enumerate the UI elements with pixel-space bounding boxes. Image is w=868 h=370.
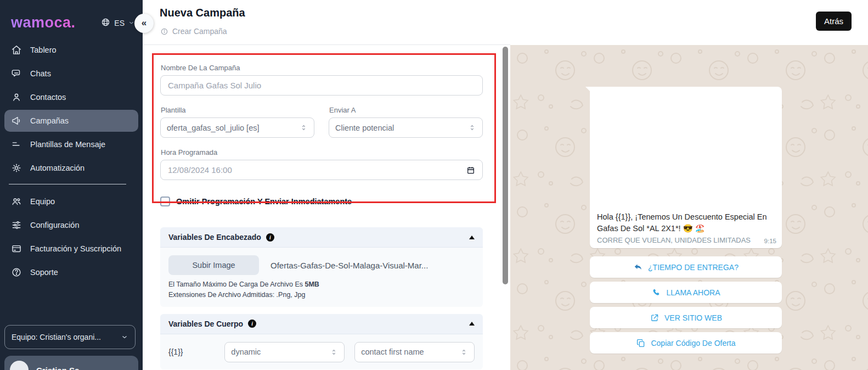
templates-icon [11,139,22,150]
header-variables-body: Subir Image Ofertas-Gafas-De-Sol-Malaga-… [160,247,483,307]
calendar-icon[interactable] [466,166,475,175]
body-variables-header[interactable]: Variables De Cuerpo i [160,314,483,334]
settings-icon [11,220,22,231]
sidebar-item-label: Campañas [30,116,69,125]
collapse-arrow-icon[interactable] [469,236,475,239]
header-variables-card: Variables De Encabezado i Subir Image Of… [160,227,483,307]
avatar [10,361,29,370]
sidebar-item-campanas[interactable]: Campañas [4,110,138,132]
wa-template-button-copiar-codigo-de-oferta[interactable]: Copiar Código De Oferta [590,332,782,354]
template-label: Plantilla [161,106,314,114]
sidebar-item-label: Chats [30,69,51,78]
wa-template-button--tiempo-de-entrega-[interactable]: ¿TIEMPO DE ENTREGA? [590,256,782,278]
message-image-placeholder [590,87,782,210]
sidebar-item-equipo[interactable]: Equipo [4,190,138,212]
sidebar-item-label: Equipo [30,197,55,206]
wa-template-button-llama-ahora[interactable]: LLAMA AHORA [590,282,782,303]
sidebar-item-facturacion-y-suscripcion[interactable]: Facturación y Suscripción [4,238,138,260]
template-select[interactable]: oferta_gafas_sol_julio [es] [160,117,314,138]
copy-icon [636,338,646,348]
sidebar-divider [9,184,126,184]
collapse-arrow-icon[interactable] [469,322,475,326]
variable-field-value: contact first name [361,347,424,356]
sidebar-item-plantillas-de-mensaje[interactable]: Plantillas de Mensaje [4,133,138,155]
billing-icon [11,243,22,254]
whatsapp-preview-pane: Hola {{1}}, ¡Tenemos Un Descuento Especi… [510,45,868,370]
message-text: Hola {{1}}, ¡Tenemos Un Descuento Especi… [590,210,782,234]
max-size-value: 5MB [305,281,319,288]
wa-template-button-label: VER SITIO WEB [664,313,722,322]
sidebar-item-label: Configuración [30,221,79,229]
team-selector[interactable]: Equipo: Cristian's organi... [4,325,136,349]
sidebar-item-configuracion[interactable]: Configuración [4,214,138,236]
back-button[interactable]: Atrás [816,12,852,31]
send-to-select[interactable]: Cliente potencial [329,117,483,138]
user-name: Cristian Se [36,366,79,370]
header-divider [143,44,510,45]
select-arrows-icon [468,124,476,132]
sidebar-nav-primary: TableroChatsContactosCampañasPlantillas … [0,37,143,179]
variable-type-select[interactable]: dynamic [224,342,345,362]
globe-icon [100,17,111,29]
support-icon [11,267,22,278]
language-selector[interactable]: ES [100,17,135,29]
campaign-name-input[interactable]: Campaña Gafas Sol Julio [160,75,483,96]
chat-icon [11,68,22,79]
upload-image-button[interactable]: Subir Image [168,255,259,275]
team-icon [11,196,22,207]
message-time: 9:15 [764,238,776,244]
body-variables-title: Variables De Cuerpo [168,319,243,328]
sidebar-collapse-button[interactable]: « [134,14,154,33]
sidebar: wamoca. ES TableroChatsContactosCampañas… [0,0,143,370]
reply-icon [633,262,643,272]
info-icon [160,27,168,36]
sidebar-item-label: Automatización [30,164,84,172]
wa-template-button-ver-sitio-web[interactable]: VER SITIO WEB [590,307,782,328]
sidebar-item-label: Soporte [30,268,58,277]
wa-template-button-label: Copiar Código De Oferta [651,339,735,347]
sidebar-item-contactos[interactable]: Contactos [4,86,138,108]
automation-icon [11,162,22,173]
max-size-note: El Tamaño Máximo De Carga De Archivo Es … [168,280,475,289]
language-code: ES [114,19,125,27]
template-value: oferta_gafas_sol_julio [es] [167,124,259,132]
scrollbar-thumb[interactable] [503,47,508,284]
select-arrows-icon [330,348,338,356]
skip-schedule-row[interactable]: Omitir Programación Y Enviar Inmediatame… [160,197,483,206]
campaign-form: Nombre De La Campaña Campaña Gafas Sol J… [160,45,483,370]
header-variables-header[interactable]: Variables De Encabezado i [160,227,483,247]
skip-schedule-checkbox[interactable] [160,197,170,206]
select-arrows-icon [300,124,308,132]
sidebar-item-automatizacion[interactable]: Automatización [4,157,138,179]
template-buttons: ¿TIEMPO DE ENTREGA?LLAMA AHORAVER SITIO … [510,253,868,354]
message-footer-text: CORRE QUE VUELAN, UNIDADES LIMITADAS [597,236,751,244]
wa-template-button-label: ¿TIEMPO DE ENTREGA? [648,263,739,272]
info-icon: i [266,233,274,242]
body-variable-key: {{1}} [168,347,224,356]
user-profile[interactable]: Cristian Se [4,356,138,370]
select-arrows-icon [460,348,468,356]
page-title: Nueva Campaña [160,7,245,19]
home-icon [11,44,22,55]
sidebar-item-chats[interactable]: Chats [4,63,138,85]
skip-schedule-label: Omitir Programación Y Enviar Inmediatame… [176,197,352,206]
sidebar-item-soporte[interactable]: Soporte [4,261,138,283]
body-variables-card: Variables De Cuerpo i {{1}} dynamic cont… [160,314,483,369]
sidebar-nav-secondary: EquipoConfiguraciónFacturación y Suscrip… [0,188,143,283]
variable-field-select[interactable]: contact first name [354,342,475,362]
sidebar-item-tablero[interactable]: Tablero [4,39,138,61]
extensions-note: Extensiones De Archivo Admitidas: .Png, … [168,290,475,300]
chevron-down-icon [121,333,128,341]
sidebar-item-label: Facturación y Suscripción [30,244,121,253]
campaign-name-label: Nombre De La Campaña [161,64,483,72]
campaign-name-value: Campaña Gafas Sol Julio [168,81,261,90]
page-subtitle: Crear Campaña [160,27,227,36]
contact-icon [11,92,22,103]
send-to-value: Cliente potencial [335,124,394,132]
page-header: Nueva Campaña Crear Campaña Atrás [143,0,868,45]
page-subtitle-text: Crear Campaña [172,27,227,36]
variable-type-value: dynamic [231,347,261,356]
scheduled-time-value: 12/08/2024 16:00 [168,165,232,175]
sidebar-item-label: Plantillas de Mensaje [30,140,105,149]
scheduled-time-input[interactable]: 12/08/2024 16:00 [160,160,483,180]
